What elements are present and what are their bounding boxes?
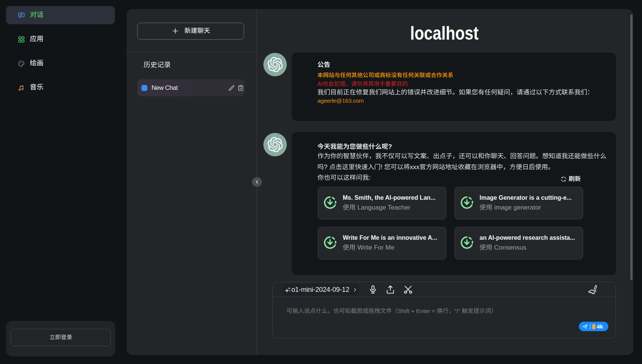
svg-text:?: ? xyxy=(388,143,392,150)
svg-text:AI: AI xyxy=(317,81,323,87)
svg-text::: : xyxy=(369,174,371,181)
svg-text:"/": "/" xyxy=(454,308,462,314)
svg-text:Language Teacher: Language Teacher xyxy=(356,204,411,211)
svg-text:!: ! xyxy=(381,163,384,171)
svg-text:image generator: image generator xyxy=(492,204,541,211)
svg-text:xxx: xxx xyxy=(410,163,420,171)
svg-text:Shift + Enter =: Shift + Enter = xyxy=(398,308,437,314)
svg-text:?: ? xyxy=(324,163,329,171)
svg-text:Consensus: Consensus xyxy=(492,244,526,251)
svg-text:Write For Me: Write For Me xyxy=(356,244,394,251)
